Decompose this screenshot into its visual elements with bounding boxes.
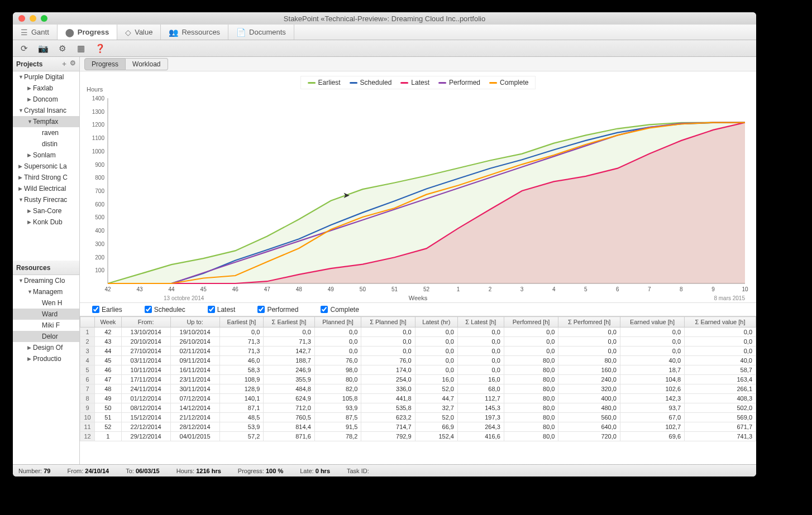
- checkbox-input[interactable]: [321, 306, 328, 313]
- svg-text:8: 8: [680, 286, 683, 292]
- checkbox-input[interactable]: [92, 306, 99, 313]
- cell: 160,0: [558, 365, 620, 375]
- checkbox-input[interactable]: [145, 306, 152, 313]
- svg-text:200: 200: [95, 254, 104, 261]
- tree-node[interactable]: Miki F: [13, 320, 79, 331]
- settings-gear-icon[interactable]: ⚙: [70, 59, 76, 69]
- column-header[interactable]: Earned value [h]: [620, 317, 684, 328]
- camera-icon[interactable]: 📷: [37, 43, 49, 54]
- tree-node[interactable]: ▼Tempfax: [13, 116, 79, 127]
- table-row[interactable]: 74824/11/201430/11/2014128,9484,882,0336…: [80, 384, 756, 394]
- table-row[interactable]: 84901/12/201407/12/2014140,1624,9105,844…: [80, 394, 756, 403]
- checkbox-earlies[interactable]: Earlies: [92, 306, 122, 314]
- window-title: StakePoint «Technical-Preview»: Dreaming…: [13, 15, 756, 23]
- table-row[interactable]: 54610/11/201416/11/201458,3246,998,0174,…: [80, 365, 756, 375]
- minimize-icon[interactable]: [30, 15, 36, 22]
- tree-node[interactable]: ▶Wild Electrical: [13, 183, 79, 194]
- tree-node[interactable]: Wen H: [13, 297, 79, 309]
- svg-text:3: 3: [520, 286, 524, 292]
- disclosure-arrow-icon: ▼: [18, 74, 24, 80]
- tab-progress[interactable]: ⬤Progress: [58, 25, 117, 40]
- column-header[interactable]: Planned [h]: [314, 317, 361, 328]
- svg-text:48: 48: [296, 286, 303, 292]
- table-row[interactable]: 105115/12/201421/12/201448,5760,587,5623…: [80, 413, 756, 422]
- table-row[interactable]: 14213/10/201419/10/20140,00,00,00,00,00,…: [80, 328, 756, 337]
- add-icon[interactable]: ＋: [61, 59, 68, 69]
- column-header[interactable]: [80, 317, 95, 328]
- titlebar[interactable]: StakePoint «Technical-Preview»: Dreaming…: [13, 12, 756, 25]
- close-icon[interactable]: [18, 15, 25, 22]
- tree-node[interactable]: ▶Faxlab: [13, 83, 79, 94]
- tree-node[interactable]: ▼Purple Digital: [13, 71, 79, 83]
- tree-node[interactable]: ▶Doncom: [13, 94, 79, 105]
- tree-node[interactable]: ▶Design Of: [13, 342, 79, 353]
- svg-text:42: 42: [104, 286, 111, 292]
- tree-node[interactable]: distin: [13, 138, 79, 150]
- tree-node[interactable]: ▼Managem: [13, 286, 79, 297]
- data-table-wrap[interactable]: WeekFrom:Up to:Earliest [h]Σ Earliest [h…: [80, 316, 756, 464]
- cell: 44: [95, 346, 122, 356]
- column-header[interactable]: Earliest [h]: [219, 317, 264, 328]
- tree-node[interactable]: ▶Supersonic La: [13, 161, 79, 172]
- refresh-icon[interactable]: ⟳: [18, 43, 30, 54]
- table-row[interactable]: 64717/11/201423/11/2014108,9355,980,0254…: [80, 375, 756, 384]
- tree-node[interactable]: Delor: [13, 331, 79, 342]
- cell: 871,6: [264, 432, 315, 441]
- checkbox-input[interactable]: [208, 306, 215, 313]
- column-header[interactable]: Σ Earliest [h]: [264, 317, 315, 328]
- tree-node[interactable]: ▼Dreaming Clo: [13, 275, 79, 286]
- cell: 80,0: [504, 365, 558, 375]
- checkbox-performed[interactable]: Performed: [257, 306, 298, 314]
- tab-documents[interactable]: 📄Documents: [228, 25, 294, 40]
- tree-node[interactable]: Ward: [13, 309, 79, 320]
- tree-node[interactable]: ▼Crystal Insanc: [13, 105, 79, 116]
- cell: 67,0: [620, 413, 684, 422]
- checkbox-latest[interactable]: Latest: [208, 306, 236, 314]
- tree-node[interactable]: ▼Rusty Firecrac: [13, 194, 79, 205]
- tree-node[interactable]: ▶Konk Dub: [13, 216, 79, 228]
- tree-node[interactable]: ▶Productio: [13, 353, 79, 364]
- tab-gantt[interactable]: ☰Gantt: [13, 25, 58, 40]
- table-row[interactable]: 115222/12/201428/12/201453,9814,491,5714…: [80, 422, 756, 432]
- cell: 416,6: [457, 432, 504, 441]
- column-header[interactable]: Perfomred [h]: [504, 317, 558, 328]
- disclosure-arrow-icon: ▶: [27, 345, 33, 350]
- tab-value[interactable]: ◇Value: [117, 25, 161, 40]
- sidebar-projects-header: Projects ＋⚙: [13, 57, 79, 71]
- svg-text:10: 10: [742, 286, 748, 292]
- disclosure-arrow-icon: ▶: [18, 186, 24, 191]
- tab-ressources[interactable]: 👥Ressources: [161, 25, 228, 40]
- subtab-workload[interactable]: Workload: [126, 58, 168, 70]
- table-row[interactable]: 34427/10/201402/11/201471,3142,70,00,00,…: [80, 346, 756, 356]
- gear-icon[interactable]: ⚙: [56, 43, 68, 54]
- cell: 0,0: [415, 328, 457, 337]
- cell: 80,0: [504, 432, 558, 441]
- tree-node[interactable]: ▶Sonlam: [13, 150, 79, 161]
- column-header[interactable]: Σ Latest [h]: [457, 317, 504, 328]
- table-row[interactable]: 12129/12/201404/01/201557,2871,678,2792,…: [80, 432, 756, 441]
- table-row[interactable]: 95008/12/201414/12/201487,1712,093,9535,…: [80, 403, 756, 413]
- column-header[interactable]: Week: [95, 317, 122, 328]
- column-header[interactable]: Σ Perfomred [h]: [558, 317, 620, 328]
- subtab-progress[interactable]: Progress: [84, 58, 126, 70]
- checkbox-complete[interactable]: Complete: [321, 306, 359, 314]
- column-header[interactable]: Latest (hr): [415, 317, 457, 328]
- column-header[interactable]: From:: [121, 317, 170, 328]
- checkbox-input[interactable]: [257, 306, 265, 313]
- tree-node[interactable]: raven: [13, 127, 79, 138]
- column-header[interactable]: Σ Earned value [h]: [685, 317, 756, 328]
- cell: 188,7: [264, 356, 315, 365]
- cell: 93,9: [314, 403, 361, 413]
- cell: 13/10/2014: [121, 328, 170, 337]
- tree-node[interactable]: ▶San-Core: [13, 205, 79, 216]
- zoom-icon[interactable]: [41, 15, 47, 22]
- column-header[interactable]: Up to:: [170, 317, 219, 328]
- grid-icon[interactable]: ▦: [75, 43, 87, 54]
- column-header[interactable]: Σ Planned [h]: [361, 317, 415, 328]
- help-icon[interactable]: ❓: [94, 43, 106, 54]
- svg-text:43: 43: [136, 286, 143, 292]
- tree-node[interactable]: ▶Third Strong C: [13, 172, 79, 183]
- checkbox-schedulec[interactable]: Schedulec: [145, 306, 185, 314]
- table-row[interactable]: 24320/10/201426/10/201471,371,30,00,00,0…: [80, 337, 756, 346]
- table-row[interactable]: 44503/11/201409/11/201446,0188,776,076,0…: [80, 356, 756, 365]
